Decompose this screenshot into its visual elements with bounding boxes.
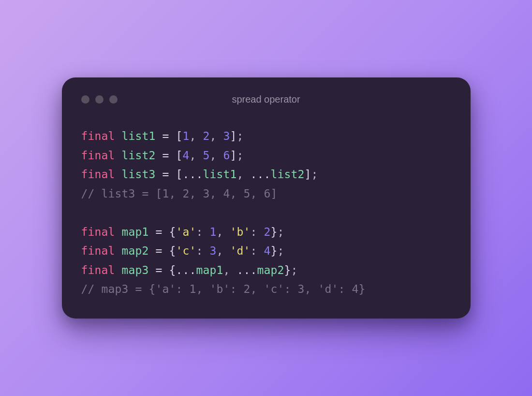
code-token <box>203 244 210 257</box>
code-line: final list3 = [...list1, ...list2]; <box>81 165 451 184</box>
code-token: 2 <box>203 130 210 142</box>
code-line: final map2 = {'c': 3, 'd': 4}; <box>81 242 451 261</box>
code-token: = <box>163 130 169 142</box>
code-token <box>217 130 223 142</box>
code-token: list2 <box>122 149 156 162</box>
titlebar: spread operator <box>81 91 451 107</box>
code-line: final map1 = {'a': 1, 'b': 2}; <box>81 223 451 242</box>
code-token <box>203 226 210 238</box>
code-token: final <box>81 130 115 142</box>
code-token: : <box>251 226 257 238</box>
code-token: ; <box>237 149 244 162</box>
code-token: , <box>190 149 196 162</box>
code-token <box>196 130 203 142</box>
code-token: final <box>81 244 115 257</box>
code-token: ; <box>311 168 318 181</box>
code-token: [ <box>176 149 183 162</box>
code-token: , <box>210 149 217 162</box>
code-token <box>149 226 156 238</box>
code-token: { <box>169 244 176 257</box>
code-token: map2 <box>122 244 149 257</box>
code-token: 4 <box>264 244 271 257</box>
code-token <box>244 168 251 181</box>
code-token: , <box>217 244 223 257</box>
code-line <box>81 203 451 223</box>
code-token <box>163 244 169 257</box>
code-token: list1 <box>203 168 237 181</box>
maximize-dot-icon[interactable] <box>109 95 118 104</box>
code-line: final list2 = [4, 5, 6]; <box>81 146 451 166</box>
code-token <box>115 149 122 162</box>
code-token: ; <box>278 226 284 238</box>
code-token: ] <box>230 149 237 162</box>
code-token: 5 <box>203 149 210 162</box>
code-token: 'a' <box>176 226 196 238</box>
code-token: 1 <box>183 130 190 142</box>
code-token <box>115 244 122 257</box>
code-token: final <box>81 168 115 181</box>
code-token: { <box>169 264 176 276</box>
code-token: list1 <box>122 130 156 142</box>
code-token: = <box>163 168 169 181</box>
code-token <box>217 149 223 162</box>
code-token: ... <box>176 264 196 276</box>
code-token <box>115 168 122 181</box>
code-token: map1 <box>196 264 223 276</box>
code-token <box>169 149 176 162</box>
code-token: , <box>223 264 230 276</box>
code-token: list2 <box>271 168 305 181</box>
code-token: ; <box>291 264 298 276</box>
code-window: spread operator final list1 = [1, 2, 3];… <box>62 77 471 319</box>
code-token <box>169 130 176 142</box>
minimize-dot-icon[interactable] <box>95 95 103 104</box>
code-token: 6 <box>223 149 230 162</box>
code-token: , <box>190 130 196 142</box>
code-token: = <box>163 149 169 162</box>
code-token: ... <box>251 168 271 181</box>
code-token: { <box>169 226 176 238</box>
close-dot-icon[interactable] <box>81 95 89 104</box>
code-token: [ <box>176 168 183 181</box>
code-token: ] <box>305 168 311 181</box>
code-token: final <box>81 264 115 276</box>
code-token: } <box>271 226 278 238</box>
code-token: 2 <box>264 226 271 238</box>
code-token: map3 <box>122 264 149 276</box>
code-token <box>163 226 169 238</box>
code-token <box>115 130 122 142</box>
code-token: } <box>271 244 278 257</box>
code-token: : <box>251 244 257 257</box>
code-token: 3 <box>210 244 217 257</box>
code-token <box>169 168 176 181</box>
code-token <box>156 130 163 142</box>
code-token: list3 <box>122 168 156 181</box>
code-token <box>156 149 163 162</box>
code-token <box>149 244 156 257</box>
code-token: , <box>210 130 217 142</box>
code-token: ... <box>237 264 257 276</box>
code-line: // list3 = [1, 2, 3, 4, 5, 6] <box>81 184 451 204</box>
code-token <box>115 226 122 238</box>
code-token <box>257 226 264 238</box>
code-token: map1 <box>122 226 149 238</box>
code-block: final list1 = [1, 2, 3];final list2 = [4… <box>81 127 451 299</box>
code-token <box>163 264 169 276</box>
code-token <box>230 264 237 276</box>
traffic-lights <box>81 95 118 104</box>
code-token: // map3 = {'a': 1, 'b': 2, 'c': 3, 'd': … <box>81 283 366 295</box>
code-token <box>223 226 230 238</box>
code-token: ; <box>237 130 244 142</box>
code-token: 1 <box>210 226 217 238</box>
code-token <box>149 264 156 276</box>
code-token <box>115 264 122 276</box>
code-token: 'd' <box>230 244 251 257</box>
code-token: : <box>196 244 203 257</box>
window-title: spread operator <box>81 94 451 105</box>
code-token: [ <box>176 130 183 142</box>
code-token <box>196 149 203 162</box>
code-token <box>257 244 264 257</box>
code-token: , <box>217 226 223 238</box>
code-token: = <box>156 264 163 276</box>
code-token: 'b' <box>230 226 251 238</box>
code-token: 3 <box>223 130 230 142</box>
